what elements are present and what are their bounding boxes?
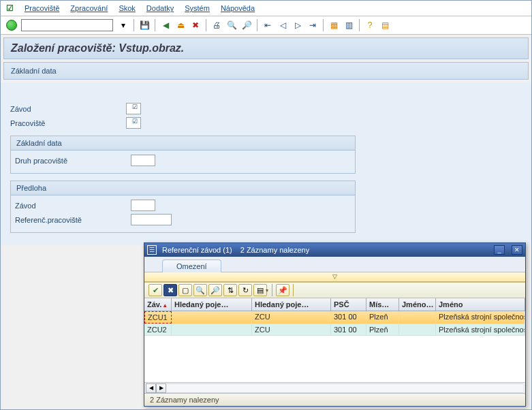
scroll-left-button[interactable]: ◀	[146, 383, 156, 393]
dialog-close-button[interactable]: ✕	[512, 245, 522, 255]
back-icon[interactable]: ◀	[159, 19, 172, 31]
cell-jm2: Plzeňská strojní společnost, a.s.	[436, 324, 525, 335]
scroll-track[interactable]	[167, 383, 523, 393]
row-plant: Závod ☑	[6, 103, 526, 114]
separator	[206, 19, 206, 31]
cell-zav: ZCU2	[144, 324, 172, 335]
col-header-hledany2[interactable]: Hledaný poje…	[252, 298, 331, 311]
label-template-ref: Referenč.pracoviště	[15, 216, 131, 224]
separator	[272, 284, 272, 296]
dropdown-icon[interactable]: ▾	[117, 19, 129, 31]
command-field[interactable]	[21, 19, 113, 31]
cell-hp1	[172, 311, 252, 324]
next-page-icon[interactable]: ▷	[292, 19, 304, 31]
input-workcenter[interactable]	[126, 117, 141, 129]
cell-psc: 301 00	[331, 324, 366, 335]
grid-header-row: Záv.▲ Hledaný poje… Hledaný poje… PSČ Mí…	[144, 298, 525, 311]
input-template-plant[interactable]	[131, 200, 155, 211]
row-template-plant: Závod	[11, 200, 355, 211]
system-toolbar: ▾ 💾 ◀ ⏏ ✖ 🖨 🔍 🔎 ⇤ ◁ ▷ ⇥ ▦ ▥ ? ▤	[1, 16, 531, 35]
scroll-right-button[interactable]: ▶	[156, 383, 166, 393]
page-title: Založení pracoviště: Vstup.obraz.	[11, 42, 521, 54]
col-header-jmeno2[interactable]: Jméno	[436, 298, 525, 311]
tab-omezeni[interactable]: Omezení	[162, 259, 221, 272]
col-header-psc[interactable]: PSČ	[331, 298, 366, 311]
app-toolbar-label: Základní data	[11, 67, 57, 75]
input-template-ref[interactable]	[131, 214, 172, 225]
find-next-icon[interactable]: 🔎	[240, 19, 253, 31]
cell-psc: 301 00	[331, 311, 366, 324]
separator	[155, 19, 155, 31]
find-icon[interactable]: 🔍	[225, 19, 238, 31]
panel-template: Předloha Závod Referenč.pracoviště	[10, 180, 356, 233]
cancel-icon[interactable]: ✖	[189, 19, 202, 31]
row-workcenter-type: Druh pracoviště	[11, 155, 355, 166]
dialog-titlebar: ☰ Referenční závod (1) 2 Záznamy nalezen…	[144, 243, 525, 257]
save-icon[interactable]: 💾	[138, 19, 151, 31]
sort-button[interactable]: ⇅	[223, 284, 237, 296]
cell-hp1	[172, 324, 252, 335]
deselect-button[interactable]: ✖	[163, 284, 177, 296]
menu-skok[interactable]: Skok	[119, 4, 135, 12]
col-header-jmeno1[interactable]: Jméno…	[399, 298, 436, 311]
col-header-misto[interactable]: Mís…	[366, 298, 399, 311]
form-area: Závod ☑ Pracoviště ☑ Základní data Druh …	[1, 82, 531, 245]
label-workcenter: Pracoviště	[10, 119, 126, 127]
menu-system[interactable]: Systém	[185, 4, 210, 12]
shortcut-icon[interactable]: ▥	[343, 19, 355, 31]
search-help-dialog: ☰ Referenční závod (1) 2 Záznamy nalezen…	[144, 242, 526, 407]
separator	[359, 19, 360, 31]
label-plant: Závod	[10, 105, 126, 113]
col-header-hledany1[interactable]: Hledaný poje…	[172, 298, 252, 311]
dialog-icon: ☰	[147, 245, 157, 255]
label-template-plant: Závod	[15, 202, 131, 210]
new-entry-button[interactable]: ▢	[178, 284, 192, 296]
dialog-minimize-button[interactable]: _	[494, 245, 505, 255]
grid-row[interactable]: ZCU1 ZCU 301 00 Plzeň Plzeňská strojní s…	[144, 311, 525, 324]
last-page-icon[interactable]: ⇥	[307, 19, 319, 31]
menu-napoveda[interactable]: Nápověda	[221, 4, 255, 12]
personal-list-button[interactable]: 📌	[276, 284, 290, 296]
label-workcenter-type: Druh pracoviště	[15, 157, 131, 165]
print-icon[interactable]: 🖨	[210, 19, 223, 31]
input-plant[interactable]	[126, 103, 141, 114]
menu-indicator-icon: ☑	[6, 3, 14, 13]
menu-dodatky[interactable]: Dodatky	[146, 4, 174, 12]
prev-page-icon[interactable]: ◁	[277, 19, 289, 31]
horizontal-scrollbar[interactable]: ◀ ▶	[144, 382, 525, 393]
collapse-restrictions-toggle[interactable]: ▽	[144, 272, 525, 282]
cell-jm2: Plzeňská strojní společnost, a.s.	[436, 311, 525, 324]
refresh-button[interactable]: ↻	[238, 284, 252, 296]
accept-button[interactable]: ✔	[148, 284, 162, 296]
find-next-button[interactable]: 🔎	[208, 284, 222, 296]
exit-icon[interactable]: ⏏	[174, 19, 187, 31]
first-page-icon[interactable]: ⇤	[262, 19, 274, 31]
find-button[interactable]: 🔍	[193, 284, 207, 296]
cell-zav: ZCU1	[144, 311, 172, 324]
separator	[134, 19, 134, 31]
cell-hp2: ZCU	[252, 324, 331, 335]
separator	[323, 19, 324, 31]
cell-jm1	[399, 324, 436, 335]
export-button[interactable]: ▤	[253, 284, 267, 296]
enter-icon[interactable]	[6, 20, 17, 31]
app-toolbar: Základní data	[3, 62, 529, 80]
dropdown-icon[interactable]: ▾	[266, 287, 268, 294]
menu-zpracovani[interactable]: Zpracování	[70, 4, 108, 12]
separator	[257, 19, 257, 31]
menu-pracoviste[interactable]: Pracoviště	[25, 4, 59, 12]
dialog-title: Referenční závod (1)	[162, 246, 232, 254]
help-icon[interactable]: ?	[364, 19, 376, 31]
page-title-band: Založení pracoviště: Vstup.obraz.	[3, 37, 529, 59]
new-session-icon[interactable]: ▦	[328, 19, 340, 31]
layout-icon[interactable]: ▤	[379, 19, 391, 31]
menu-bar: ☑ Pracoviště Zpracování Skok Dodatky Sys…	[1, 1, 531, 16]
panel-basic-header: Základní data	[11, 136, 355, 151]
cell-hp2: ZCU	[252, 311, 331, 324]
dialog-statusbar: 2 Záznamy nalezeny	[144, 393, 525, 406]
dialog-tabstrip: Omezení	[144, 257, 525, 272]
input-workcenter-type[interactable]	[131, 155, 155, 166]
grid-row[interactable]: ZCU2 ZCU 301 00 Plzeň Plzeňská strojní s…	[144, 324, 525, 336]
col-header-zav[interactable]: Záv.▲	[144, 298, 172, 311]
panel-basic-data: Základní data Druh pracoviště	[10, 136, 356, 174]
